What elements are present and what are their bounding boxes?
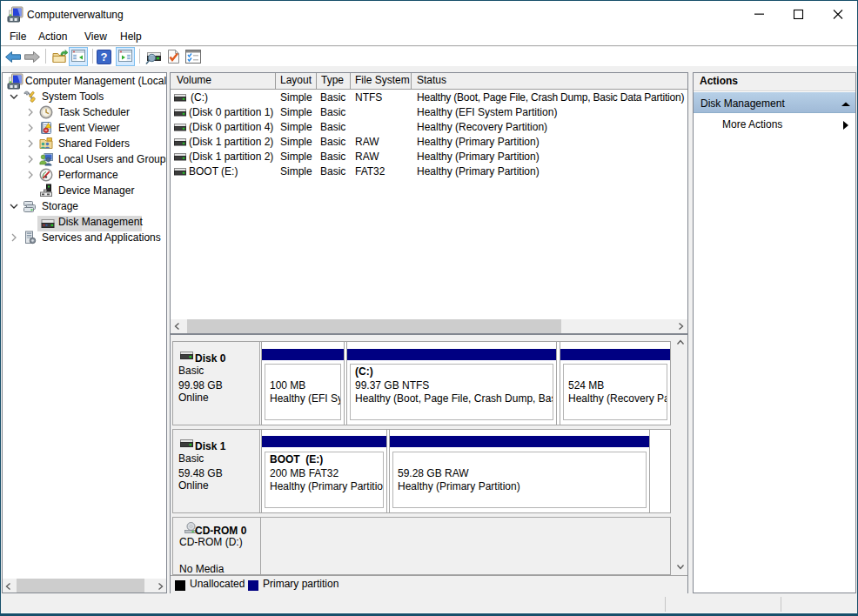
svg-text:?: ? [101,50,108,64]
